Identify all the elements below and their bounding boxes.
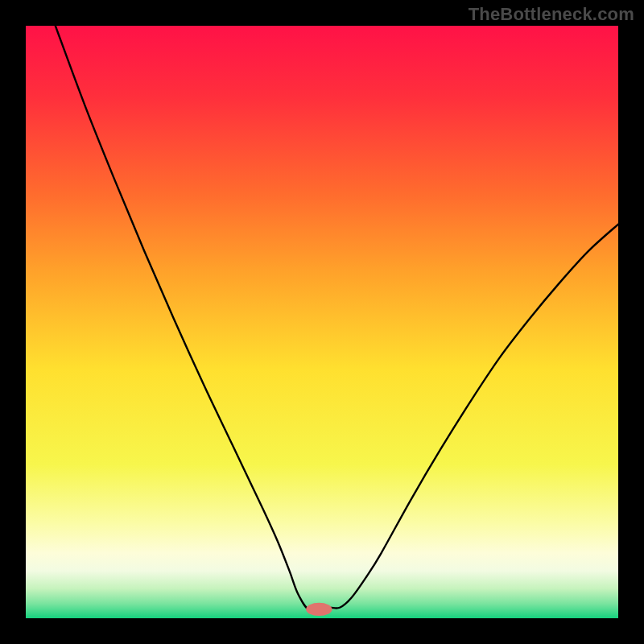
- chart-frame: TheBottleneck.com: [0, 0, 644, 644]
- optimum-marker: [306, 603, 332, 616]
- chart-svg: [26, 26, 618, 618]
- gradient-background: [26, 26, 618, 618]
- watermark-text: TheBottleneck.com: [469, 4, 634, 25]
- plot-area: [26, 26, 618, 618]
